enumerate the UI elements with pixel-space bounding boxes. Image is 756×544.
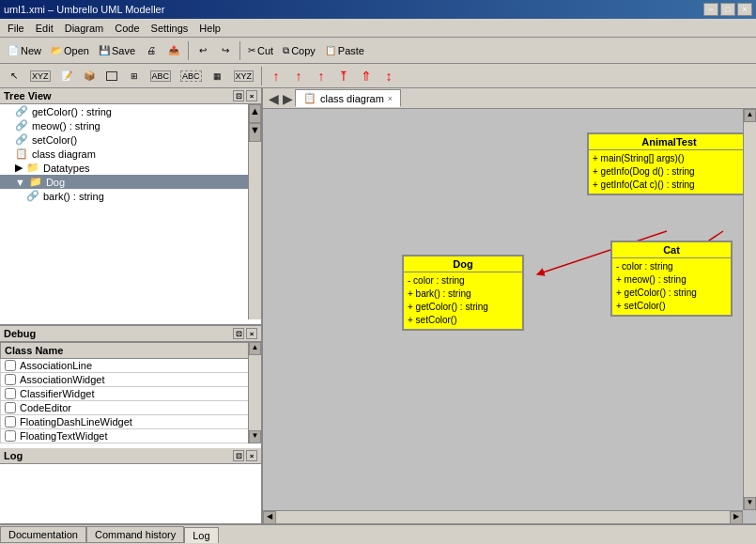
dog-method-3: + setColor() xyxy=(408,314,518,327)
save-button[interactable]: 💾 Save xyxy=(95,40,139,61)
rect-icon xyxy=(106,71,117,81)
export-icon: 📤 xyxy=(168,45,179,55)
tab-command-history[interactable]: Command history xyxy=(86,526,184,543)
copy-button[interactable]: ⧉ Copy xyxy=(279,40,319,61)
tree-item-classdiagram[interactable]: 📋 class diagram xyxy=(0,147,261,161)
tree-scrollbar-v[interactable]: ▲ ▼ xyxy=(248,104,261,319)
tree-item-bark[interactable]: 🔗 bark() : string xyxy=(0,189,261,203)
maximize-button[interactable]: □ xyxy=(720,3,735,16)
debug-check-4[interactable] xyxy=(5,402,16,413)
minimize-button[interactable]: − xyxy=(703,3,718,16)
undo-icon: ↩ xyxy=(199,45,207,55)
arrow-tool-2[interactable]: ↑ xyxy=(288,66,309,86)
diagram-icon: 📋 xyxy=(15,148,28,160)
tree-item-meow[interactable]: 🔗 meow() : string xyxy=(0,118,261,132)
animaltest-class[interactable]: AnimalTest + main(String[] args)() + get… xyxy=(587,132,751,195)
new-button[interactable]: 📄 New xyxy=(4,40,45,61)
arrow-tool-6[interactable]: ↕ xyxy=(378,66,399,86)
tree-view-close[interactable]: × xyxy=(246,90,257,101)
arrow-tool-5[interactable]: ⇑ xyxy=(356,66,377,86)
redo-button[interactable]: ↪ xyxy=(215,40,236,61)
canvas-scrollbar-v[interactable]: ▲ ▼ xyxy=(743,109,756,510)
tab-log[interactable]: Log xyxy=(184,527,218,543)
separator-2 xyxy=(239,41,240,60)
toolbar-btn-5[interactable]: 📤 xyxy=(163,40,184,61)
xyz2-icon: XYZ xyxy=(234,70,255,82)
redo-icon: ↪ xyxy=(222,45,229,55)
tree-item-setcolor[interactable]: 🔗 setColor() xyxy=(0,132,261,147)
log-close[interactable]: × xyxy=(246,450,257,461)
canvas-scrollbar-h[interactable]: ◀ ▶ xyxy=(263,510,743,523)
class-folder-icon: 📁 xyxy=(29,176,42,188)
open-button[interactable]: 📂 Open xyxy=(47,40,93,61)
tool-abc2[interactable]: ABC xyxy=(177,66,206,86)
tree-item-getcolor[interactable]: 🔗 getColor() : string xyxy=(0,104,261,118)
debug-check-3[interactable] xyxy=(5,388,16,399)
debug-scroll-up[interactable]: ▲ xyxy=(249,342,261,355)
debug-title: Debug xyxy=(4,328,36,339)
titlebar-controls: − □ × xyxy=(703,3,752,16)
menu-help[interactable]: Help xyxy=(193,21,226,36)
close-button[interactable]: × xyxy=(737,3,752,16)
menu-settings[interactable]: Settings xyxy=(146,21,194,36)
debug-scrollbar-v[interactable]: ▲ ▼ xyxy=(248,342,261,443)
cut-button[interactable]: ✂ Cut xyxy=(244,40,277,61)
note-icon: 📝 xyxy=(61,70,72,81)
animaltest-method-3: + getInfo(Cat c)() : string xyxy=(593,179,746,192)
paste-button[interactable]: 📋 Paste xyxy=(321,40,368,61)
menu-edit[interactable]: Edit xyxy=(30,21,59,36)
menu-file[interactable]: File xyxy=(2,21,30,36)
tool-rect[interactable] xyxy=(101,66,122,86)
pkg-icon: 📦 xyxy=(84,70,95,81)
debug-close[interactable]: × xyxy=(246,328,257,339)
tree-item-datatypes[interactable]: ▶ 📁 Datatypes xyxy=(0,161,261,175)
arrow-tool-4[interactable]: ⤒ xyxy=(333,66,354,86)
canvas-scroll-right[interactable]: ▶ xyxy=(730,511,743,524)
scroll-thumb-up[interactable]: ▲ xyxy=(249,104,261,123)
canvas-scroll-down[interactable]: ▼ xyxy=(744,497,756,510)
scroll-thumb-down[interactable]: ▼ xyxy=(249,123,261,142)
cat-class[interactable]: Cat - color : string + meow() : string +… xyxy=(610,241,733,317)
select-tool[interactable]: ↖ xyxy=(4,66,24,86)
tool-4[interactable]: 📦 xyxy=(79,66,100,86)
xyz-tool[interactable]: XYZ xyxy=(26,66,54,86)
toolbar: 📄 New 📂 Open 💾 Save 🖨 📤 ↩ ↪ ✂ Cut ⧉ Copy… xyxy=(0,38,756,64)
tab-nav-right[interactable]: ▶ xyxy=(281,91,295,106)
tool-abc1[interactable]: ABC xyxy=(147,66,176,86)
arrow-tool-3[interactable]: ↑ xyxy=(311,66,332,86)
tab-class-diagram[interactable]: 📋 class diagram × xyxy=(295,89,401,107)
debug-row-2: AssociationWidget xyxy=(1,373,261,387)
animaltest-method-2: + getInfo(Dog d() : string xyxy=(593,165,746,179)
tab-close-button[interactable]: × xyxy=(388,94,393,103)
arrow-tool-1[interactable]: ↑ xyxy=(266,66,286,86)
animaltest-body: + main(String[] args)() + getInfo(Dog d(… xyxy=(589,150,749,194)
tab-documentation[interactable]: Documentation xyxy=(0,526,86,543)
canvas-scroll-left[interactable]: ◀ xyxy=(263,511,276,524)
abc1-icon: ABC xyxy=(150,70,172,82)
save-icon: 💾 xyxy=(99,45,110,55)
tab-nav-left[interactable]: ◀ xyxy=(267,91,281,106)
debug-check-2[interactable] xyxy=(5,374,16,385)
debug-check-1[interactable] xyxy=(5,360,16,371)
debug-row-3: ClassifierWidget xyxy=(1,387,261,401)
tool-3[interactable]: 📝 xyxy=(56,66,77,86)
tool-9[interactable]: ▦ xyxy=(208,66,228,86)
debug-check-5[interactable] xyxy=(5,416,16,427)
tree-view-float[interactable]: ⊡ xyxy=(233,90,244,101)
menu-diagram[interactable]: Diagram xyxy=(59,21,110,36)
diagram-canvas[interactable]: AnimalTest + main(String[] args)() + get… xyxy=(263,109,756,523)
tool-6[interactable]: ⊞ xyxy=(124,66,145,86)
debug-float[interactable]: ⊡ xyxy=(233,328,244,339)
debug-scroll-down[interactable]: ▼ xyxy=(249,430,261,443)
dog-class[interactable]: Dog - color : string + bark() : string +… xyxy=(402,255,524,331)
canvas-scroll-up[interactable]: ▲ xyxy=(744,109,756,122)
tool-xyz2[interactable]: XYZ xyxy=(230,66,258,86)
debug-table: Class Name AssociationLine AssociationWi… xyxy=(0,342,261,443)
tree-item-dog[interactable]: ▼ 📁 Dog xyxy=(0,175,261,189)
debug-row-1: AssociationLine xyxy=(1,359,261,373)
undo-button[interactable]: ↩ xyxy=(193,40,213,61)
log-float[interactable]: ⊡ xyxy=(233,450,244,461)
menu-code[interactable]: Code xyxy=(109,21,145,36)
debug-check-6[interactable] xyxy=(5,430,16,442)
toolbar-btn-4[interactable]: 🖨 xyxy=(141,40,162,61)
